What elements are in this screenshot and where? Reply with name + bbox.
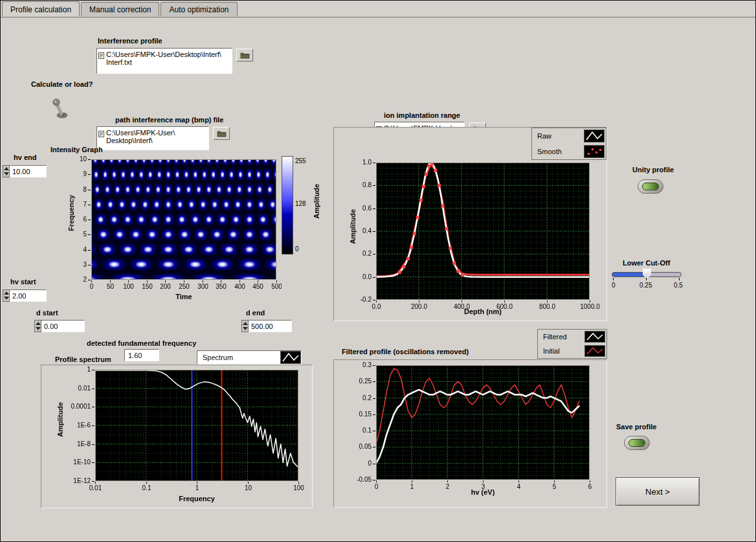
tab-profile-calculation[interactable]: Profile calculation — [2, 1, 80, 16]
legend-label: Filtered — [538, 333, 584, 341]
decrement-icon — [4, 297, 9, 300]
bmp-map-browse-button[interactable] — [213, 127, 230, 140]
increment-icon — [4, 167, 9, 170]
tab-manual-correction[interactable]: Manual correction — [81, 2, 159, 16]
hv-end-control: 10.00 — [3, 165, 47, 177]
raw-line-sample[interactable] — [584, 130, 605, 142]
decrement-icon — [4, 172, 9, 175]
spectrum-x-axis-title: Frequency — [174, 495, 219, 502]
decrement-icon — [243, 327, 248, 330]
scale-label: 0.25 — [639, 282, 652, 289]
initial-line-sample[interactable] — [584, 345, 605, 357]
d-start-value[interactable]: 0.00 — [41, 320, 85, 332]
d-end-value[interactable]: 500.00 — [249, 320, 292, 332]
increment-icon — [36, 322, 41, 325]
spectrum-legend: Spectrum — [197, 350, 302, 365]
tab-auto-optimization[interactable]: Auto optimization — [161, 2, 237, 16]
spectrum-y-axis-title: Amplitude — [56, 402, 64, 437]
calculate-or-load-toggle[interactable] — [51, 94, 71, 124]
hv-start-label: hv start — [10, 278, 36, 286]
slider-scale: 0 0.25 0.5 — [612, 277, 682, 288]
path-line: Interf.txt — [106, 58, 230, 66]
intensity-graph-title: Intensity Graph — [50, 146, 103, 153]
decrement-icon — [36, 327, 41, 330]
unity-profile-button[interactable] — [638, 179, 663, 194]
pl-y-axis-title: Amplitude — [349, 209, 357, 244]
intensity-colorbar — [282, 156, 293, 254]
front-panel: Profile calculation Manual correction Au… — [0, 0, 756, 542]
spectrum-line-sample[interactable] — [280, 351, 301, 364]
colorbar-title: Amplitude — [313, 184, 320, 219]
d-start-spinner[interactable] — [34, 320, 41, 332]
scale-tick — [613, 278, 614, 280]
legend-row-raw: Raw — [532, 128, 606, 144]
bmp-map-path-input[interactable]: C:\Users\FMPK-User\ Desktop\Interf\ — [96, 126, 209, 150]
scale-label: 0.5 — [674, 282, 683, 289]
save-profile-button[interactable] — [624, 436, 650, 450]
increment-icon — [4, 291, 9, 295]
next-button[interactable]: Next > — [616, 477, 700, 506]
colorbar-tick: 128 — [295, 200, 306, 207]
scale-label: 0 — [612, 282, 616, 289]
d-start-control: 0.00 — [34, 320, 85, 332]
path-line: Desktop\Interf\ — [106, 137, 207, 144]
lower-cutoff-label: Lower Cut-Off — [623, 259, 670, 267]
hv-start-value[interactable]: 2.00 — [10, 289, 47, 302]
calculate-or-load-label: Calculate or load? — [31, 80, 93, 88]
lower-cutoff-slider: 0 0.25 0.5 — [612, 272, 682, 288]
unity-profile-label: Unity profile — [632, 166, 674, 174]
filtered-profile-title: Filtered profile (oscillations removed) — [342, 348, 469, 356]
pl-x-axis-title: Depth (nm) — [457, 308, 509, 315]
filtered-x-axis-title: hv (eV) — [463, 488, 502, 496]
filtered-legend: Filtered Initial — [537, 329, 607, 359]
d-end-control: 500.00 — [241, 320, 292, 332]
spectrum-graph — [41, 365, 311, 502]
hv-end-value[interactable]: 10.00 — [10, 165, 47, 177]
filtered-profile-graph — [334, 360, 605, 490]
legend-label: Spectrum — [197, 351, 280, 364]
profile-spectrum-label: Profile spectrum — [55, 356, 111, 363]
bmp-map-label: path interference map (bmp) file — [115, 116, 223, 124]
d-end-label: d end — [246, 309, 265, 317]
pl-legend: Raw Smooth — [531, 128, 606, 160]
folder-icon — [217, 130, 227, 137]
hv-start-control: 2.00 — [3, 289, 47, 302]
hv-end-label: hv end — [14, 153, 36, 161]
fund-freq-label: detected fundamental frequency — [87, 339, 196, 347]
path-line: C:\Users\FMPK-User\Desktop\Interf\ — [106, 51, 230, 58]
legend-row-filtered: Filtered — [538, 330, 606, 344]
smooth-dots-sample[interactable] — [584, 145, 605, 158]
d-end-spinner[interactable] — [241, 320, 249, 332]
path-glyph-icon — [98, 130, 104, 139]
green-led — [628, 439, 645, 447]
increment-icon — [243, 322, 248, 325]
hv-start-spinner[interactable] — [3, 289, 10, 302]
intensity-y-axis-title: Frequency — [67, 195, 75, 231]
intensity-graph — [64, 153, 282, 305]
interference-profile-browse-button[interactable] — [236, 49, 253, 62]
ion-range-label: ion implantation range — [384, 111, 460, 119]
intensity-x-axis-title: Time — [171, 293, 197, 300]
legend-row-initial: Initial — [538, 344, 606, 358]
colorbar-tick: 255 — [295, 157, 306, 164]
hv-end-spinner[interactable] — [3, 165, 10, 177]
legend-label: Initial — [538, 347, 584, 355]
folder-icon — [240, 52, 250, 59]
colorbar-tick: 0 — [295, 245, 299, 253]
path-glyph-icon — [98, 52, 104, 61]
legend-label: Smooth — [532, 148, 584, 155]
path-line: C:\Users\FMPK-User\ — [106, 129, 207, 137]
fund-freq-value: 1.60 — [124, 349, 159, 361]
interference-profile-label: Interference profile — [98, 37, 162, 45]
scale-tick — [679, 278, 680, 280]
filtered-line-sample[interactable] — [584, 331, 605, 343]
slider-track[interactable] — [612, 272, 682, 277]
legend-row-smooth: Smooth — [532, 144, 606, 159]
legend-label: Raw — [532, 132, 584, 140]
interference-profile-path-input[interactable]: C:\Users\FMPK-User\Desktop\Interf\ Inter… — [96, 48, 232, 74]
save-profile-label: Save profile — [616, 423, 656, 431]
green-led — [642, 183, 659, 190]
tab-bar: Profile calculation Manual correction Au… — [2, 2, 238, 16]
d-start-label: d start — [36, 309, 58, 317]
tab-divider — [1, 17, 755, 17]
